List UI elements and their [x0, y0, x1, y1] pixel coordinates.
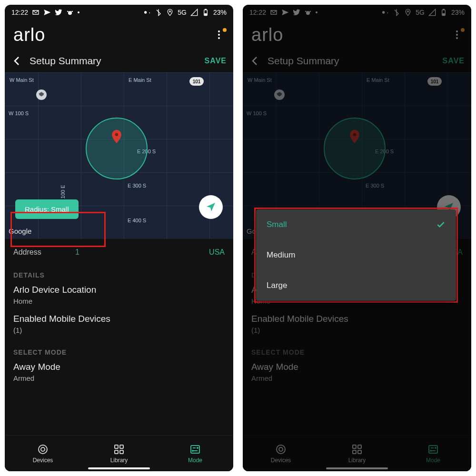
nav-library[interactable]: Library — [81, 436, 157, 471]
brand-logo: arlo — [13, 25, 45, 45]
school-icon — [274, 89, 285, 100]
select-mode-section: SELECT MODE Away Mode Armed — [5, 343, 233, 382]
svg-rect-29 — [353, 445, 356, 448]
address-label: Address — [13, 248, 75, 257]
item-subtitle: (1) — [251, 326, 463, 334]
radius-button[interactable]: Radius: Small — [15, 199, 79, 219]
mode-icon — [189, 444, 201, 455]
nav-devices[interactable]: Devices — [243, 436, 319, 471]
twitter-icon — [293, 9, 300, 16]
mode-icon — [427, 444, 439, 455]
page-title: Setup Summary — [268, 55, 436, 67]
nav-label: Mode — [426, 457, 440, 464]
svg-rect-32 — [358, 450, 361, 454]
nav-library[interactable]: Library — [319, 436, 395, 471]
status-time: 12:22 — [249, 9, 266, 16]
svg-rect-25 — [443, 14, 445, 15]
brand-logo: arlo — [251, 25, 283, 45]
svg-rect-31 — [353, 450, 356, 454]
svg-rect-13 — [115, 450, 118, 454]
back-button[interactable] — [11, 55, 23, 67]
street-label: W 100 S — [9, 110, 29, 116]
svg-point-1 — [71, 11, 73, 12]
svg-point-20 — [305, 11, 307, 12]
brand-bar: arlo — [5, 20, 233, 50]
radius-button-label: Radius: Small — [25, 205, 69, 213]
nav-mode[interactable]: Mode — [395, 436, 471, 471]
svg-rect-30 — [358, 445, 361, 448]
enabled-devices-row[interactable]: Enabled Mobile Devices (1) — [13, 314, 225, 334]
battery-icon — [440, 9, 447, 16]
device-location-row[interactable]: Arlo Device Location Home — [13, 285, 225, 305]
details-section: DETAILS Arlo Device Location Home Enable… — [5, 266, 233, 334]
vpn-key-icon — [143, 9, 151, 16]
svg-point-0 — [68, 11, 72, 15]
street-label: E Main St — [367, 77, 389, 83]
radius-option-medium[interactable]: Medium — [256, 240, 456, 270]
away-mode-row[interactable]: Away Mode Armed — [251, 362, 463, 382]
section-heading: SELECT MODE — [13, 348, 225, 356]
devices-icon — [37, 444, 49, 455]
svg-point-8 — [115, 133, 119, 136]
nav-label: Devices — [33, 457, 53, 464]
street-label: E 300 S — [366, 183, 384, 188]
item-title: Arlo Device Location — [13, 285, 225, 295]
geofence-circle — [86, 118, 148, 179]
page-header: Setup Summary SAVE — [243, 50, 471, 72]
svg-rect-15 — [191, 446, 199, 453]
item-title: Away Mode — [13, 362, 225, 372]
svg-rect-12 — [120, 445, 123, 448]
nav-label: Devices — [271, 457, 291, 464]
overflow-menu-button[interactable] — [451, 29, 463, 40]
item-subtitle: Armed — [13, 374, 225, 382]
save-button[interactable]: SAVE — [443, 57, 465, 65]
svg-point-2 — [67, 11, 69, 12]
away-mode-row[interactable]: Away Mode Armed — [13, 362, 225, 382]
street-label: E 400 S — [128, 218, 146, 223]
svg-rect-24 — [443, 9, 445, 10]
library-icon — [351, 444, 363, 455]
gmail-icon — [32, 9, 40, 16]
nav-mode[interactable]: Mode — [157, 436, 233, 471]
address-row[interactable]: Address 1 USA — [5, 239, 233, 266]
svg-point-35 — [430, 450, 431, 451]
radius-option-large[interactable]: Large — [256, 270, 456, 301]
enabled-devices-row[interactable]: Enabled Mobile Devices (1) — [251, 314, 463, 334]
page-title: Setup Summary — [30, 55, 198, 67]
phone-right: 12:22 5G 23% arlo Setup Summary — [243, 5, 471, 471]
radius-option-small[interactable]: Small — [256, 209, 456, 240]
check-icon — [436, 220, 446, 229]
back-button[interactable] — [249, 55, 261, 67]
status-battery: 23% — [213, 9, 227, 16]
map-attribution: Google — [9, 227, 31, 235]
gesture-bar — [88, 467, 150, 469]
save-button[interactable]: SAVE — [205, 57, 227, 65]
street-label: W 100 S — [247, 110, 267, 116]
recenter-button[interactable] — [199, 195, 223, 219]
street-label: E Main St — [129, 77, 151, 83]
twitter-icon — [55, 9, 62, 16]
devices-icon — [275, 444, 287, 455]
nav-devices[interactable]: Devices — [5, 436, 81, 471]
svg-point-10 — [41, 447, 45, 451]
location-icon — [404, 9, 412, 16]
svg-point-26 — [353, 133, 357, 136]
status-battery: 23% — [451, 9, 465, 16]
battery-icon — [202, 9, 209, 16]
gesture-bar — [326, 467, 388, 469]
overflow-menu-button[interactable] — [213, 29, 225, 40]
status-time: 12:22 — [11, 9, 28, 16]
select-mode-section: SELECT MODE Away Mode Armed — [243, 343, 471, 382]
street-label: E 300 S — [128, 183, 146, 188]
nav-label: Library — [348, 457, 366, 464]
item-subtitle: Armed — [251, 374, 463, 382]
map-pin-icon — [347, 129, 363, 145]
address-value: 1 — [75, 248, 209, 257]
svg-point-17 — [192, 450, 193, 451]
svg-rect-33 — [429, 446, 437, 453]
bottom-nav: Devices Library Mode — [5, 435, 233, 471]
street-label: W Main St — [248, 77, 272, 83]
library-icon — [113, 444, 125, 455]
section-heading: DETAILS — [13, 271, 225, 279]
geofence-map[interactable]: W Main St E Main St W 100 S E 200 S E 30… — [5, 72, 233, 239]
